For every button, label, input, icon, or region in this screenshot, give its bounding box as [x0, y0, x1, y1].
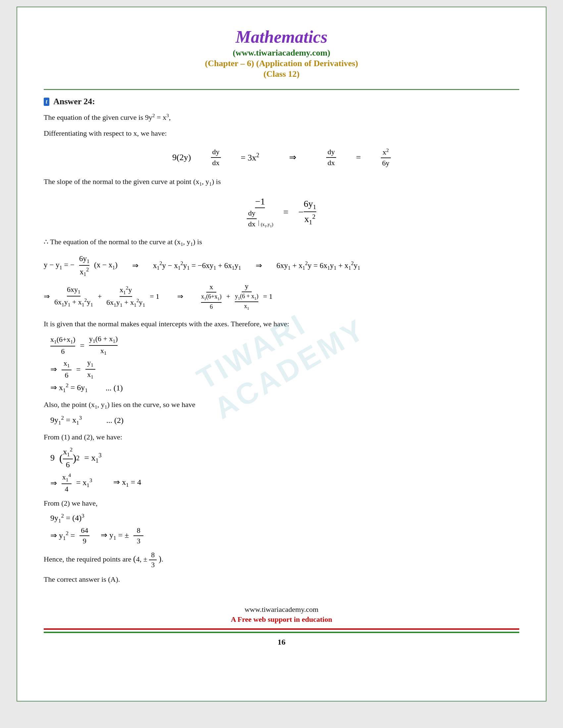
therefore-text: ∴ The equation of the normal to the curv… [44, 236, 519, 249]
hence-text: Hence, the required points are (4, ± 8 3… [44, 550, 519, 570]
top-divider [44, 89, 519, 90]
page-title: Mathematics [44, 27, 519, 47]
normal-slope-math: −1 dy dx | (x1,y1) = − 6y1 x12 [44, 196, 519, 228]
page: TIWARIACADEMY Mathematics (www.tiwariaca… [17, 7, 546, 702]
slope-text: The slope of the normal to the given cur… [44, 175, 519, 189]
y1-eq1: 9y12 = (4)3 [50, 513, 519, 524]
footer-divider-green [44, 632, 519, 633]
answer-heading: t Answer 24: [44, 97, 519, 107]
from-text: From (1) and (2), we have: [44, 431, 519, 443]
eq2: 9y12 = x13 ... (2) [50, 415, 519, 426]
footer: www.tiwariacademy.com A Free web support… [44, 605, 519, 647]
from2-text: From (2) we have, [44, 497, 519, 509]
correct-answer-text: The correct answer is (A). [44, 573, 519, 585]
simplified-eq: ⇒ x1 6 = y1 x1 [50, 358, 519, 380]
y1-solve: ⇒ y12 = 64 9 ⇒ y1 = ± 8 3 [50, 526, 519, 546]
normal-eq-1: y − y1 = − 6y1 x12 (x − x1) ⇒ x12y − x12… [44, 254, 519, 277]
normal-eq-2: ⇒ 6xy1 6x1y1 + x12y1 + x12y 6x1y1 + x12y… [44, 282, 519, 311]
math-differentiation: 9(2y) dy dx = 3x2 ⇒ dy dx = x2 6y [44, 147, 519, 167]
also-text: Also, the point (x1, y1) lies on the cur… [44, 398, 519, 412]
footer-tagline: A Free web support in education [44, 615, 519, 624]
footer-url: www.tiwariacademy.com [44, 605, 519, 614]
intro-line-1: The equation of the given curve is 9y2 =… [44, 111, 519, 124]
header-url: (www.tiwariacademy.com) [44, 48, 519, 58]
intercept-eq: x1(6+x1) 6 = y1(6 + x1) x1 [50, 335, 519, 356]
page-number: 16 [44, 638, 519, 647]
x1-solve: ⇒ x14 4 = x13 ⇒ x1 = 4 [50, 472, 519, 494]
intro-line-2: Differentiating with respect to x, we ha… [44, 127, 519, 139]
answer-icon: t [44, 98, 49, 106]
answer-label: Answer 24: [53, 97, 95, 107]
eq1: ⇒ x12 = 6y1 ... (1) [50, 382, 519, 394]
header-class: (Class 12) [44, 69, 519, 79]
footer-divider-red [44, 628, 519, 630]
intercept-text: It is given that the normal makes equal … [44, 318, 519, 330]
header: Mathematics (www.tiwariacademy.com) (Cha… [44, 27, 519, 79]
substitution-eq: 9 ( x12 6 ) 2 = x13 [50, 446, 519, 470]
header-chapter: (Chapter – 6) (Application of Derivative… [44, 59, 519, 68]
